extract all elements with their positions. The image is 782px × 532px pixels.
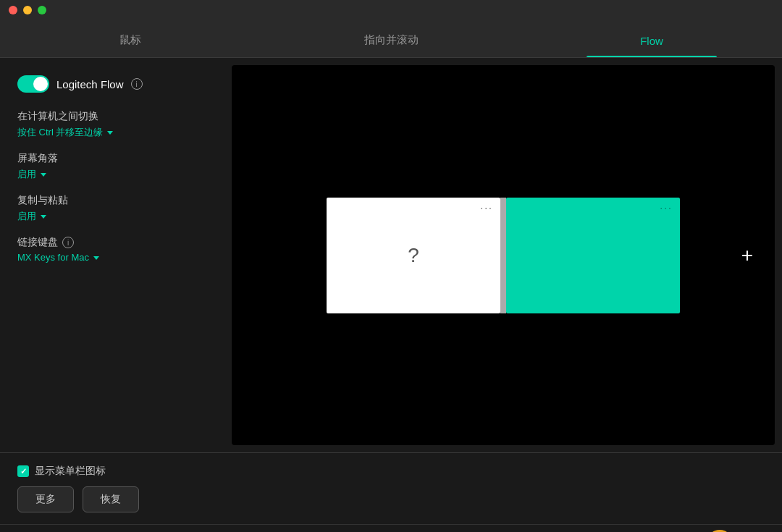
copy-paste-block: 复制与粘贴 启用	[17, 194, 214, 223]
tab-point-scroll[interactable]: 指向并滚动	[261, 33, 521, 57]
copy-paste-title: 复制与粘贴	[17, 194, 214, 207]
add-computer-button[interactable]: +	[741, 244, 753, 267]
link-keyboard-block: 链接键盘 i MX Keys for Mac	[17, 236, 214, 263]
link-keyboard-chevron	[93, 256, 99, 260]
status-bar: 您的设备 Wireless Mobile Mouse MX Anywhere 2…	[0, 524, 782, 532]
tab-flow[interactable]: Flow	[521, 35, 782, 57]
copy-paste-value[interactable]: 启用	[17, 210, 214, 223]
screen-divider	[500, 198, 506, 313]
copy-paste-chevron	[41, 215, 46, 219]
link-keyboard-info-icon[interactable]: i	[62, 237, 74, 248]
logitech-flow-info-icon[interactable]: i	[131, 78, 143, 90]
tab-mouse[interactable]: 鼠标	[0, 33, 261, 57]
right-logo: 值 值得买	[707, 530, 765, 533]
screen-1-dots: ···	[480, 202, 493, 214]
screen-2: ···	[506, 198, 680, 313]
screen-1-question: ?	[327, 198, 500, 313]
screen-corner-title: 屏幕角落	[17, 152, 214, 165]
screen-corner-value[interactable]: 启用	[17, 168, 214, 181]
screen-corner-chevron	[41, 173, 46, 177]
more-button[interactable]: 更多	[17, 486, 74, 512]
screen-1: ··· ?	[327, 198, 500, 313]
left-panel: Logitech Flow i 在计算机之间切换 按住 Ctrl 并移至边缘 屏…	[0, 58, 232, 452]
link-keyboard-title: 链接键盘 i	[17, 236, 214, 249]
close-button[interactable]	[9, 6, 17, 14]
show-menu-bar-checkbox[interactable]	[17, 465, 29, 477]
fullscreen-button[interactable]	[38, 6, 46, 14]
screen-corner-block: 屏幕角落 启用	[17, 152, 214, 181]
display-area: ··· ? ···	[327, 198, 680, 313]
bottom-left: 显示菜单栏图标 更多 恢复	[0, 453, 232, 524]
flow-canvas: ··· ? ··· +	[232, 65, 775, 445]
switch-computers-title: 在计算机之间切换	[17, 110, 214, 123]
main-content: Logitech Flow i 在计算机之间切换 按住 Ctrl 并移至边缘 屏…	[0, 58, 782, 452]
restore-button[interactable]: 恢复	[83, 486, 139, 512]
button-row: 更多 恢复	[17, 486, 214, 512]
show-menu-bar-label: 显示菜单栏图标	[35, 465, 106, 478]
link-keyboard-value[interactable]: MX Keys for Mac	[17, 252, 214, 263]
titlebar	[0, 0, 782, 20]
logitech-flow-toggle-row: Logitech Flow i	[17, 75, 214, 93]
switch-computers-block: 在计算机之间切换 按住 Ctrl 并移至边缘	[17, 110, 214, 139]
logitech-flow-toggle[interactable]	[17, 75, 49, 93]
minimize-button[interactable]	[23, 6, 32, 14]
logo-circle: 值	[707, 530, 733, 533]
tab-bar: 鼠标 指向并滚动 Flow	[0, 20, 782, 58]
bottom-section: 显示菜单栏图标 更多 恢复	[0, 453, 782, 524]
screen-2-dots: ···	[660, 202, 673, 214]
logitech-flow-label: Logitech Flow	[56, 78, 124, 90]
switch-computers-value[interactable]: 按住 Ctrl 并移至边缘	[17, 126, 214, 139]
bottom-left-content: 显示菜单栏图标 更多 恢复	[0, 453, 232, 524]
show-menu-bar-row: 显示菜单栏图标	[17, 465, 214, 478]
switch-computers-chevron	[107, 131, 113, 135]
